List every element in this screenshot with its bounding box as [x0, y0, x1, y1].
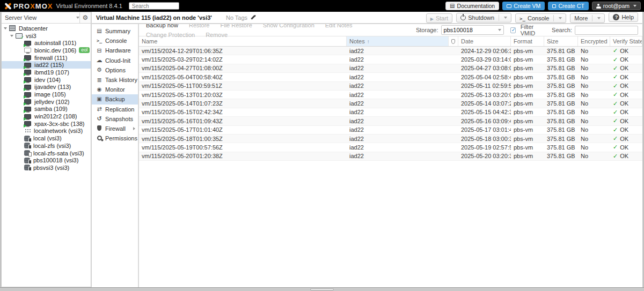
- menu-item[interactable]: Options: [92, 65, 138, 75]
- backup-row[interactable]: vm/115/2025-05-14T01:07:23Z iad22 2025-0…: [139, 99, 642, 108]
- toolbar-button[interactable]: File Restore: [215, 24, 257, 30]
- tree-item[interactable]: pbsvsi3 (vsi3): [2, 164, 91, 171]
- backup-row[interactable]: vm/115/2025-05-16T01:09:43Z iad22 2025-0…: [139, 117, 642, 125]
- create-ct-button[interactable]: Create CT: [548, 2, 588, 10]
- check-icon: [613, 153, 618, 160]
- filter-vmid-checkbox[interactable]: [510, 27, 516, 33]
- menu-item[interactable]: Monitor: [92, 85, 138, 94]
- cell-notes: iad22: [347, 64, 449, 72]
- menu-item[interactable]: Replication: [92, 105, 138, 114]
- column-header[interactable]: Encrypted: [578, 36, 610, 46]
- tree-item[interactable]: ibmd19 (107): [2, 69, 91, 76]
- tree-item-label: pbsvsi3 (vsi3): [33, 165, 69, 171]
- cell-protection: [449, 108, 458, 116]
- create-vm-button[interactable]: Create VM: [502, 2, 545, 10]
- splitter-handle[interactable]: [310, 288, 334, 290]
- backup-row[interactable]: vm/115/2025-05-15T02:42:34Z iad22 2025-0…: [139, 108, 642, 117]
- global-search-input[interactable]: [129, 2, 179, 10]
- chevron-down-icon[interactable]: [559, 17, 562, 19]
- cell-size: 375.81 GB: [544, 135, 578, 143]
- menu-item[interactable]: Backup: [92, 94, 138, 104]
- tree-item[interactable]: bionic.dev (106) eol: [2, 47, 91, 54]
- backup-row[interactable]: vm/115/2025-05-17T01:01:40Z iad22 2025-0…: [139, 126, 642, 135]
- toolbar-button[interactable]: Show Configuration: [258, 24, 319, 30]
- backup-row[interactable]: vm/115/2025-05-13T01:20:03Z iad22 2025-0…: [139, 91, 642, 99]
- menu-item[interactable]: Permissions: [92, 133, 138, 143]
- cell-notes: iad22: [347, 135, 449, 143]
- vm-action-button[interactable]: Start: [426, 13, 452, 23]
- edit-tags-pencil-icon[interactable]: [251, 14, 257, 20]
- vm-action-button[interactable]: Console: [515, 13, 566, 23]
- expand-right-icon[interactable]: [133, 127, 135, 130]
- backup-row[interactable]: vm/115/2024-12-29T01:06:35Z iad22 2024-1…: [139, 47, 642, 55]
- expand-caret-icon[interactable]: [10, 35, 13, 37]
- check-icon: [613, 83, 618, 89]
- vm-action-button[interactable]: Help: [609, 12, 638, 22]
- tree-item[interactable]: jellydev (102): [2, 98, 91, 106]
- backup-row[interactable]: vm/115/2025-05-19T00:57:56Z iad22 2025-0…: [139, 143, 642, 152]
- chevron-down-icon[interactable]: [504, 17, 507, 19]
- backup-row[interactable]: vm/115/2025-03-29T02:14:02Z iad22 2025-0…: [139, 55, 642, 64]
- tree-settings-button[interactable]: ⚙: [79, 12, 91, 23]
- tree-item[interactable]: iad22 (115): [2, 61, 91, 69]
- column-header[interactable]: Name: [139, 36, 347, 46]
- toolbar-button[interactable]: Edit Notes: [320, 24, 357, 30]
- cell-name: vm/115/2025-05-16T01:09:43Z: [139, 117, 347, 125]
- column-header[interactable]: Date: [458, 36, 511, 46]
- tree-item[interactable]: localnetwork (vsi3): [2, 128, 91, 135]
- tree-item[interactable]: local (vsi3): [2, 135, 91, 142]
- menu-item-label: Cloud-Init: [105, 57, 130, 64]
- backup-row[interactable]: vm/115/2025-05-20T01:20:38Z iad22 2025-0…: [139, 152, 642, 161]
- backup-search-input[interactable]: [575, 26, 638, 35]
- tree-item-icon: [24, 55, 31, 60]
- cell-encrypted: No: [578, 55, 610, 63]
- expand-caret-icon[interactable]: [4, 27, 7, 29]
- menu-item[interactable]: Hardware: [92, 46, 138, 55]
- tree-item[interactable]: local-zfs-sata (vsi3): [2, 150, 91, 157]
- menu-item[interactable]: Summary: [92, 26, 138, 36]
- backup-row[interactable]: vm/115/2025-05-18T01:00:35Z iad22 2025-0…: [139, 135, 642, 143]
- backup-row[interactable]: vm/115/2025-04-27T01:08:00Z iad22 2025-0…: [139, 64, 642, 73]
- vm-action-button[interactable]: More: [570, 13, 605, 23]
- cell-notes: iad22: [347, 55, 449, 63]
- tree-item[interactable]: win2012r2 (108): [2, 113, 91, 120]
- tree-item[interactable]: ijavadev (113): [2, 84, 91, 91]
- vm-action-button[interactable]: Shutdown: [456, 13, 511, 23]
- column-header[interactable]: Verify State: [610, 36, 642, 46]
- backup-row[interactable]: vm/115/2025-05-11T00:59:51Z iad22 2025-0…: [139, 82, 642, 91]
- toolbar-button[interactable]: Backup now: [141, 24, 183, 30]
- column-header[interactable]: Size: [544, 36, 578, 46]
- menu-item[interactable]: Snapshots: [92, 114, 138, 124]
- view-selector[interactable]: Server View ⚙: [2, 12, 91, 24]
- tree-item[interactable]: local-zfs (vsi3): [2, 142, 91, 150]
- cell-verify-state: OK: [610, 47, 642, 55]
- documentation-button[interactable]: ▤ Documentation: [445, 2, 499, 10]
- tree-item[interactable]: image (105): [2, 91, 91, 98]
- split-separator: [499, 14, 499, 21]
- menu-item[interactable]: Task History: [92, 75, 138, 85]
- column-header[interactable]: [449, 36, 458, 46]
- tree-item[interactable]: pbs100018 (vsi3): [2, 156, 91, 164]
- proxmox-logo-icon: [4, 3, 11, 10]
- column-header[interactable]: Format: [511, 36, 544, 46]
- chevron-down-icon[interactable]: [597, 17, 601, 19]
- tree-item[interactable]: autoinstall (101): [2, 39, 91, 47]
- user-menu-button[interactable]: root@pam: [592, 2, 641, 10]
- column-header-label: Date: [461, 38, 473, 44]
- tree-item[interactable]: samba (109): [2, 106, 91, 113]
- menu-item[interactable]: Console: [92, 36, 138, 46]
- toolbar-button[interactable]: Restore: [184, 24, 215, 30]
- menu-item[interactable]: Firewall: [92, 124, 138, 133]
- menu-item[interactable]: Cloud-Init: [92, 56, 138, 65]
- tree-item[interactable]: vsi3: [2, 32, 91, 40]
- tree-item[interactable]: firewall (111): [2, 54, 91, 62]
- tree-item-label: image (105): [34, 91, 66, 98]
- tree-item[interactable]: Datacenter: [2, 25, 91, 32]
- tree-item[interactable]: idev (104): [2, 76, 91, 84]
- tree-item[interactable]: xpax-3cx-sbc (138): [2, 120, 91, 128]
- cell-name: vm/115/2025-05-13T01:20:03Z: [139, 91, 347, 99]
- storage-combobox[interactable]: pbs100018: [441, 25, 504, 35]
- backup-row[interactable]: vm/115/2025-05-04T00:58:40Z iad22 2025-0…: [139, 73, 642, 81]
- column-header[interactable]: Notes: [347, 36, 449, 46]
- tree-item-label: localnetwork (vsi3): [34, 128, 83, 134]
